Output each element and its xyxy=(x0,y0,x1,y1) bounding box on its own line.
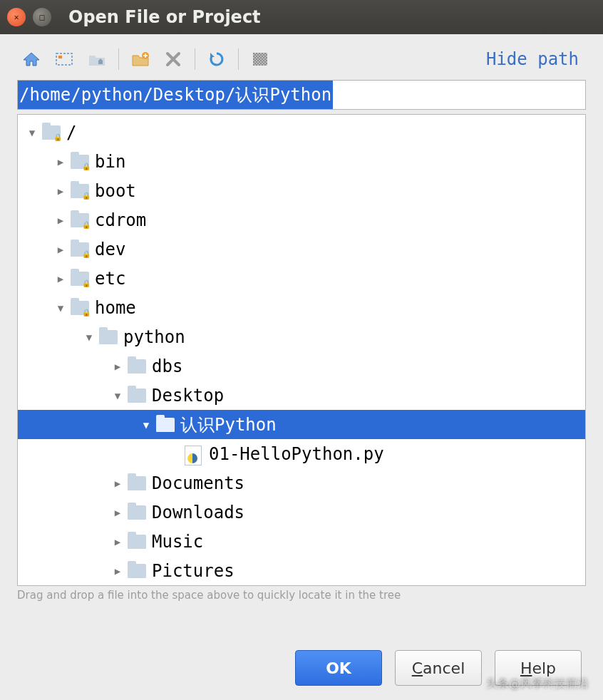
expand-arrow-icon[interactable] xyxy=(109,390,126,401)
folder-icon xyxy=(128,504,148,521)
help-button[interactable]: Help xyxy=(495,650,582,686)
expand-arrow-icon[interactable] xyxy=(109,536,126,547)
tree-row[interactable]: dbs xyxy=(18,351,585,381)
window-title: Open File or Project xyxy=(68,7,261,27)
tree-row[interactable]: Downloads xyxy=(18,498,585,527)
tree-label: Music xyxy=(152,532,203,552)
folder-icon xyxy=(71,212,91,229)
folder-icon xyxy=(71,182,91,200)
tree-row[interactable]: 认识Python xyxy=(18,410,585,439)
tree-row[interactable]: dev xyxy=(18,235,585,264)
show-hidden-icon xyxy=(252,51,269,67)
tree-row[interactable]: / xyxy=(18,118,585,147)
expand-arrow-icon[interactable] xyxy=(109,507,126,518)
folder-up-icon xyxy=(88,51,106,67)
tree-label: 认识Python xyxy=(180,413,277,436)
delete-button[interactable] xyxy=(159,46,187,73)
titlebar: ✕ □ Open File or Project xyxy=(0,0,603,34)
folder-icon xyxy=(42,124,62,141)
cancel-mnemonic: C xyxy=(412,659,423,677)
svg-rect-0 xyxy=(56,53,72,65)
cancel-rest: ancel xyxy=(423,659,465,677)
new-folder-button[interactable] xyxy=(126,46,155,73)
folder-icon xyxy=(71,153,91,170)
svg-rect-1 xyxy=(58,56,62,58)
expand-arrow-icon[interactable] xyxy=(109,361,126,372)
folder-icon xyxy=(128,358,148,375)
tree-label: cdrom xyxy=(95,210,146,230)
tree-label: Pictures xyxy=(152,561,234,581)
expand-arrow-icon[interactable] xyxy=(52,215,69,226)
tree-row[interactable]: Pictures xyxy=(18,556,585,585)
expand-arrow-icon[interactable] xyxy=(52,156,69,168)
home-icon xyxy=(22,51,41,68)
tree-row[interactable]: Documents xyxy=(18,468,585,498)
svg-rect-4 xyxy=(253,53,267,66)
dialog-buttons: OK Cancel Help xyxy=(0,650,603,686)
tree-label: / xyxy=(66,123,76,143)
window-minimize-button[interactable]: □ xyxy=(33,8,51,26)
tree-label: etc xyxy=(95,269,125,289)
folder-icon xyxy=(99,329,119,346)
toolbar-separator xyxy=(118,48,119,70)
path-text: /home/python/Desktop/认识Python xyxy=(18,81,333,109)
tree-row[interactable]: Music xyxy=(18,527,585,556)
tree-row[interactable]: Desktop xyxy=(18,381,585,410)
help-mnemonic: H xyxy=(520,659,532,677)
window-close-button[interactable]: ✕ xyxy=(7,8,26,26)
expand-arrow-icon[interactable] xyxy=(52,302,69,314)
folder-icon xyxy=(128,475,148,492)
tree-label: 01-HelloPython.py xyxy=(209,444,384,464)
expand-arrow-icon[interactable] xyxy=(109,565,126,577)
new-folder-icon xyxy=(131,51,150,67)
module-button[interactable] xyxy=(50,46,78,73)
python-file-icon xyxy=(185,446,205,463)
expand-arrow-icon[interactable] xyxy=(81,331,98,343)
tree-row[interactable]: home xyxy=(18,293,585,322)
refresh-button[interactable] xyxy=(202,46,231,73)
folder-icon xyxy=(156,416,176,433)
tree-row[interactable]: etc xyxy=(18,264,585,293)
tree-row[interactable]: bin xyxy=(18,147,585,176)
folder-icon xyxy=(128,562,148,580)
path-input[interactable]: /home/python/Desktop/认识Python xyxy=(17,80,586,110)
file-tree[interactable]: /binbootcdromdevetchomepythondbsDesktop认… xyxy=(17,114,586,586)
folder-icon xyxy=(71,299,91,316)
tree-label: Documents xyxy=(152,473,244,493)
tree-row[interactable]: 01-HelloPython.py xyxy=(18,439,585,468)
hide-path-link[interactable]: Hide path xyxy=(486,49,586,69)
tree-row[interactable]: boot xyxy=(18,176,585,205)
module-icon xyxy=(55,51,73,67)
tree-label: Desktop xyxy=(152,386,224,406)
tree-row[interactable]: python xyxy=(18,322,585,351)
expand-arrow-icon[interactable] xyxy=(138,419,155,431)
expand-arrow-icon[interactable] xyxy=(109,478,126,489)
tree-label: dev xyxy=(95,240,125,259)
tree-label: Downloads xyxy=(152,503,244,523)
folder-icon xyxy=(128,533,148,550)
delete-icon xyxy=(165,51,181,67)
refresh-icon xyxy=(208,51,225,68)
tree-row[interactable]: cdrom xyxy=(18,205,585,235)
folder-icon xyxy=(71,241,91,258)
folder-up-button[interactable] xyxy=(83,46,111,73)
toolbar-separator xyxy=(238,48,239,70)
expand-arrow-icon[interactable] xyxy=(52,185,69,197)
expand-arrow-icon[interactable] xyxy=(24,127,41,138)
tree-label: bin xyxy=(95,152,125,172)
cancel-button[interactable]: Cancel xyxy=(395,650,482,686)
expand-arrow-icon[interactable] xyxy=(52,273,69,284)
expand-arrow-icon[interactable] xyxy=(52,244,69,255)
ok-button[interactable]: OK xyxy=(295,650,382,686)
toolbar-separator xyxy=(195,48,195,70)
home-button[interactable] xyxy=(17,46,46,73)
dialog-body: Hide path /home/python/Desktop/认识Python … xyxy=(0,34,603,700)
tree-label: boot xyxy=(95,181,136,201)
tree-label: python xyxy=(123,327,185,347)
tree-label: home xyxy=(95,298,136,318)
folder-icon xyxy=(128,387,148,404)
folder-icon xyxy=(71,270,91,287)
show-hidden-button[interactable] xyxy=(246,46,274,73)
tree-label: dbs xyxy=(152,356,182,376)
drag-hint: Drag and drop a file into the space abov… xyxy=(17,589,586,602)
